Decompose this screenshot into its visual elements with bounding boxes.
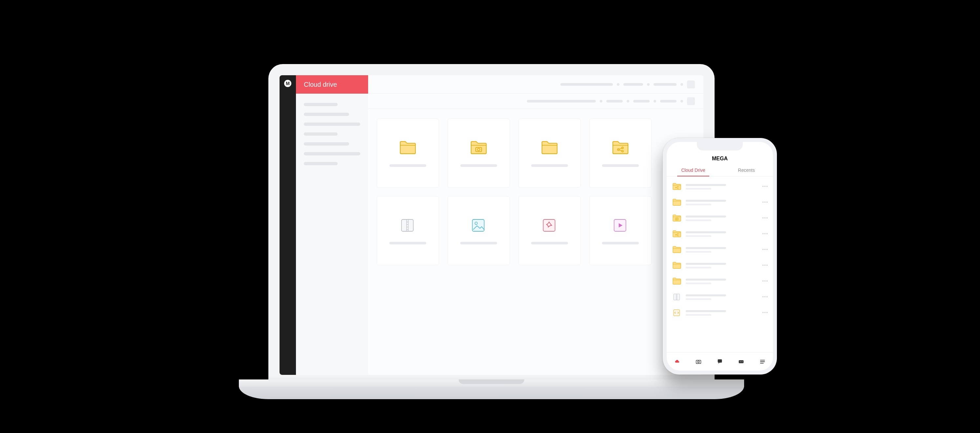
list-item[interactable]: ••• xyxy=(671,211,768,225)
breadcrumb-separator-icon xyxy=(627,100,629,102)
list-item[interactable]: ••• xyxy=(671,306,768,320)
file-tile[interactable] xyxy=(589,196,652,265)
more-icon[interactable]: ••• xyxy=(762,279,768,283)
folder-icon xyxy=(671,260,682,270)
folder-icon xyxy=(671,245,682,255)
folder-icon xyxy=(671,197,682,207)
toolbar-placeholder xyxy=(560,83,613,86)
list-item[interactable]: ••• xyxy=(671,180,768,193)
file-archive-icon xyxy=(399,217,417,234)
tile-name-placeholder xyxy=(390,164,426,167)
folder-tile[interactable] xyxy=(377,118,439,188)
list-item-text xyxy=(686,279,759,284)
section-title: Cloud drive xyxy=(304,81,337,88)
mobile-tab[interactable]: Recents xyxy=(720,164,773,176)
sidebar-item[interactable] xyxy=(304,162,337,165)
toolbar-separator-icon xyxy=(647,83,650,86)
list-item-text xyxy=(686,184,759,190)
list-item-text xyxy=(686,263,759,268)
folder-icon xyxy=(671,276,682,286)
breadcrumb-separator-icon xyxy=(600,100,602,102)
tile-name-placeholder xyxy=(460,242,497,244)
sidebar-item[interactable] xyxy=(304,133,337,136)
desktop-app: M Cloud drive xyxy=(280,75,703,375)
list-item-text xyxy=(686,294,759,300)
file-tile[interactable] xyxy=(447,196,510,265)
app-logo-icon[interactable]: M xyxy=(284,80,291,87)
file-code-icon xyxy=(671,308,682,318)
breadcrumb-placeholder xyxy=(660,100,676,102)
folder-tile[interactable] xyxy=(447,118,510,188)
folder-tile[interactable] xyxy=(589,118,652,188)
toolbar xyxy=(368,75,703,94)
toolbar-placeholder xyxy=(624,83,643,86)
mobile-file-list: ••• ••• ••• ••• ••• xyxy=(667,176,773,352)
breadcrumb-separator-icon xyxy=(654,100,656,102)
file-image-icon xyxy=(470,217,488,234)
folder-plain-icon xyxy=(399,139,417,157)
nav-cloud-icon[interactable] xyxy=(674,358,681,365)
tile-name-placeholder xyxy=(531,164,568,167)
tile-name-placeholder xyxy=(531,242,568,244)
nav-shared-icon[interactable] xyxy=(738,358,745,365)
breadcrumb-placeholder xyxy=(606,100,623,102)
nav-chat-icon[interactable] xyxy=(716,358,724,365)
sidebar-item[interactable] xyxy=(304,142,349,145)
list-item[interactable]: ••• xyxy=(671,274,768,288)
mobile-app: MEGA Cloud DriveRecents ••• ••• ••• xyxy=(667,142,773,371)
list-item-text xyxy=(686,216,759,221)
folder-camera-icon xyxy=(470,139,488,157)
list-item[interactable]: ••• xyxy=(671,259,768,272)
section-title-bar: Cloud drive xyxy=(296,75,368,94)
more-icon[interactable]: ••• xyxy=(762,184,768,189)
folder-share-icon xyxy=(612,139,629,157)
more-icon[interactable]: ••• xyxy=(762,200,768,205)
mobile-tab-bar: Cloud DriveRecents xyxy=(667,164,773,176)
more-icon[interactable]: ••• xyxy=(762,216,768,220)
toolbar-separator-icon xyxy=(617,83,619,86)
sidebar-column: Cloud drive xyxy=(296,75,368,375)
list-item[interactable]: ••• xyxy=(671,227,768,241)
sidebar-item[interactable] xyxy=(304,152,360,155)
list-item-text xyxy=(686,310,759,316)
more-icon[interactable]: ••• xyxy=(762,263,768,268)
file-tile[interactable] xyxy=(519,196,581,265)
toolbar-separator-icon xyxy=(681,83,683,86)
sort-button[interactable] xyxy=(687,97,695,105)
list-item[interactable]: ••• xyxy=(671,243,768,257)
more-icon[interactable]: ••• xyxy=(762,310,768,315)
more-icon[interactable]: ••• xyxy=(762,232,768,236)
main-panel xyxy=(368,75,703,375)
phone-bezel: MEGA Cloud DriveRecents ••• ••• ••• xyxy=(663,138,777,374)
file-grid xyxy=(368,109,703,275)
laptop-bezel: M Cloud drive xyxy=(268,64,714,386)
list-item[interactable]: ••• xyxy=(671,195,768,209)
file-pdf-icon xyxy=(541,217,558,234)
sidebar-nav xyxy=(296,94,368,174)
folder-plain-icon xyxy=(541,139,558,157)
phone-device-frame: MEGA Cloud DriveRecents ••• ••• ••• xyxy=(663,138,777,374)
laptop-device-frame: M Cloud drive xyxy=(268,64,714,386)
nav-menu-icon[interactable] xyxy=(759,358,766,365)
mobile-tab[interactable]: Cloud Drive xyxy=(667,164,720,176)
breadcrumb-bar xyxy=(368,94,703,109)
tile-name-placeholder xyxy=(460,164,497,167)
sidebar-item[interactable] xyxy=(304,113,349,116)
left-rail: M xyxy=(280,75,296,375)
breadcrumb-placeholder xyxy=(527,100,596,102)
sidebar-item[interactable] xyxy=(304,123,360,126)
more-icon[interactable]: ••• xyxy=(762,295,768,299)
folder-tile[interactable] xyxy=(519,118,581,188)
sidebar-item[interactable] xyxy=(304,103,337,106)
toolbar-placeholder xyxy=(654,83,676,86)
breadcrumb-separator-icon xyxy=(681,100,683,102)
list-item[interactable]: ••• xyxy=(671,290,768,304)
mobile-app-title: MEGA xyxy=(667,154,773,164)
tile-name-placeholder xyxy=(602,242,639,244)
folder-camera-icon xyxy=(671,213,682,223)
file-tile[interactable] xyxy=(377,196,439,265)
mobile-bottom-nav xyxy=(667,352,773,371)
nav-camera-icon[interactable] xyxy=(695,358,702,365)
view-toggle-button[interactable] xyxy=(687,80,695,88)
more-icon[interactable]: ••• xyxy=(762,248,768,252)
